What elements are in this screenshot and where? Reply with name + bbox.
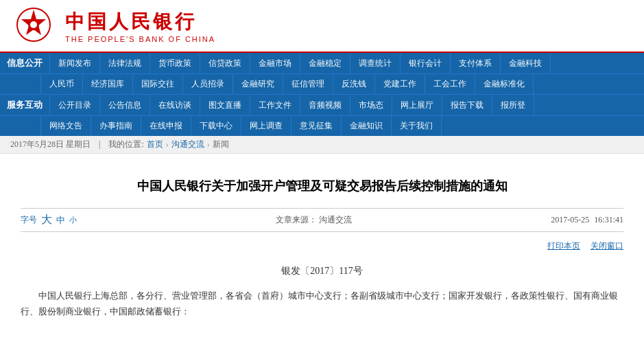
- nav-row1-items: 新闻发布 法律法规 货币政策 信贷政策 金融市场 金融稳定 调查统计 银行会计 …: [50, 53, 644, 73]
- nav-item-recruit[interactable]: 人员招录: [183, 74, 233, 94]
- nav-item-guide[interactable]: 办事指南: [91, 116, 141, 136]
- nav-item-credit-mgmt[interactable]: 征信管理: [283, 74, 333, 94]
- nav-item-standards[interactable]: 金融标准化: [475, 74, 534, 94]
- bank-emblem: [14, 7, 55, 45]
- nav-row-1: 信息公开 新闻发布 法律法规 货币政策 信贷政策 金融市场 金融稳定 调查统计 …: [0, 53, 644, 73]
- nav-item-netdoc[interactable]: 网络文告: [41, 116, 91, 136]
- nav-row-3: 服务互动 公开目录 公告信息 在线访谈 图文直播 工作文件 音频视频 市场态 网…: [0, 94, 644, 115]
- font-medium-btn[interactable]: 中: [56, 214, 65, 227]
- source-info: 文章来源： 沟通交流: [276, 214, 352, 226]
- nav-item-market[interactable]: 市场态: [350, 95, 392, 115]
- breadcrumb-date: 2017年5月28日 星期日: [10, 139, 91, 150]
- breadcrumb-home[interactable]: 首页: [147, 139, 163, 150]
- nav-item-workdoc[interactable]: 工作文件: [250, 95, 300, 115]
- nav-item-bulletin[interactable]: 公告信息: [100, 95, 150, 115]
- nav-item-credit[interactable]: 信贷政策: [200, 53, 250, 73]
- nav-label-info: 信息公开: [0, 53, 50, 73]
- doc-number: 银发〔2017〕117号: [21, 265, 623, 277]
- nav-item-accounting[interactable]: 银行会计: [401, 53, 451, 73]
- nav-item-media[interactable]: 音频视频: [300, 95, 350, 115]
- nav-item-monetary[interactable]: 货币政策: [150, 53, 200, 73]
- nav-item-news[interactable]: 新闻发布: [50, 53, 100, 73]
- print-link[interactable]: 打印本页: [547, 240, 580, 252]
- nav-item-party[interactable]: 党建工作: [375, 74, 425, 94]
- nav-item-survey2[interactable]: 网上调查: [241, 116, 291, 136]
- breadcrumb-sep1: ›: [166, 139, 169, 150]
- meta-row: 字号 大 中 小 文章来源： 沟通交流 2017-05-25 16:31:41: [21, 208, 623, 232]
- source-value: 沟通交流: [319, 215, 352, 224]
- nav-row3-items: 公开目录 公告信息 在线访谈 图文直播 工作文件 音频视频 市场态 网上展厅 报…: [50, 95, 644, 115]
- logo-english: THE PEOPLE'S BANK OF CHINA: [65, 35, 215, 43]
- nav-item-finmarket[interactable]: 金融市场: [250, 53, 300, 73]
- navigation: 信息公开 新闻发布 法律法规 货币政策 信贷政策 金融市场 金融稳定 调查统计 …: [0, 53, 644, 136]
- nav-item-reports[interactable]: 报告下载: [442, 95, 492, 115]
- breadcrumb-separator0: |: [99, 139, 100, 150]
- page-header: 中国人民银行 THE PEOPLE'S BANK OF CHINA: [0, 0, 644, 53]
- nav-item-rmb[interactable]: 人民币: [41, 74, 83, 94]
- font-label: 字号: [21, 214, 37, 226]
- breadcrumb-level1[interactable]: 沟通交流: [171, 139, 204, 150]
- date-info: 2017-05-25 16:31:41: [551, 215, 623, 225]
- logo-text: 中国人民银行 THE PEOPLE'S BANK OF CHINA: [65, 9, 215, 43]
- nav-item-online-talk[interactable]: 在线访谈: [150, 95, 200, 115]
- nav-item-live[interactable]: 图文直播: [200, 95, 250, 115]
- article-body: 中国人民银行上海总部，各分行、营业管理部，各省会（首府）城市中心支行；各副省级城…: [21, 288, 623, 320]
- action-row: 打印本页 关闭窗口: [21, 238, 623, 255]
- nav-item-research[interactable]: 金融研究: [233, 74, 283, 94]
- nav-item-aml[interactable]: 反洗钱: [333, 74, 375, 94]
- breadcrumb-level2: 新闻: [213, 139, 229, 150]
- breadcrumb-location-label: 我的位置:: [108, 139, 143, 150]
- font-small-btn[interactable]: 小: [69, 215, 77, 225]
- nav-item-online-report[interactable]: 在线申报: [141, 116, 191, 136]
- breadcrumb-sep2: ›: [207, 139, 210, 150]
- font-size-control: 字号 大 中 小: [21, 213, 77, 227]
- nav-item-exhibition[interactable]: 网上展厅: [392, 95, 442, 115]
- font-large-btn[interactable]: 大: [41, 213, 52, 227]
- nav-item-about[interactable]: 关于我们: [392, 116, 442, 136]
- nav-row-4: 网络文告 办事指南 在线申报 下载中心 网上调查 意见征集 金融知识 关于我们: [0, 115, 644, 136]
- nav-item-filing[interactable]: 报所登: [492, 95, 534, 115]
- nav-item-law[interactable]: 法律法规: [100, 53, 150, 73]
- nav-item-feedback[interactable]: 意见征集: [291, 116, 342, 136]
- nav-item-finstable[interactable]: 金融稳定: [300, 53, 350, 73]
- nav-item-fintech[interactable]: 金融科技: [501, 53, 551, 73]
- source-label: 文章来源：: [276, 215, 317, 224]
- nav-item-payment[interactable]: 支付体系: [451, 53, 501, 73]
- nav-item-download[interactable]: 下载中心: [191, 116, 241, 136]
- nav-row2-items: 人民币 经济国库 国际交往 人员招录 金融研究 征信管理 反洗钱 党建工作 工会…: [41, 74, 644, 94]
- nav-item-survey[interactable]: 调查统计: [350, 53, 401, 73]
- nav-row4-items: 网络文告 办事指南 在线申报 下载中心 网上调查 意见征集 金融知识 关于我们: [41, 116, 644, 136]
- logo-chinese: 中国人民银行: [65, 9, 197, 35]
- article-time: 16:31:41: [594, 215, 623, 224]
- content-area: 中国人民银行关于加强开户管理及可疑交易报告后续控制措施的通知 字号 大 中 小 …: [0, 154, 644, 334]
- nav-item-union[interactable]: 工会工作: [425, 74, 475, 94]
- article-date: 2017-05-25: [551, 215, 589, 224]
- svg-point-3: [30, 21, 37, 28]
- nav-row-2: 人民币 经济国库 国际交往 人员招录 金融研究 征信管理 反洗钱 党建工作 工会…: [0, 73, 644, 94]
- breadcrumb: 2017年5月28日 星期日 | 我的位置: 首页 › 沟通交流 › 新闻: [0, 136, 644, 154]
- article-title: 中国人民银行关于加强开户管理及可疑交易报告后续控制措施的通知: [21, 178, 623, 194]
- nav-item-treasury[interactable]: 经济国库: [83, 74, 133, 94]
- nav-item-catalog[interactable]: 公开目录: [50, 95, 100, 115]
- nav-label-service: 服务互动: [0, 95, 50, 115]
- nav-item-knowledge[interactable]: 金融知识: [342, 116, 392, 136]
- nav-item-intl[interactable]: 国际交往: [133, 74, 183, 94]
- close-link[interactable]: 关闭窗口: [591, 240, 623, 252]
